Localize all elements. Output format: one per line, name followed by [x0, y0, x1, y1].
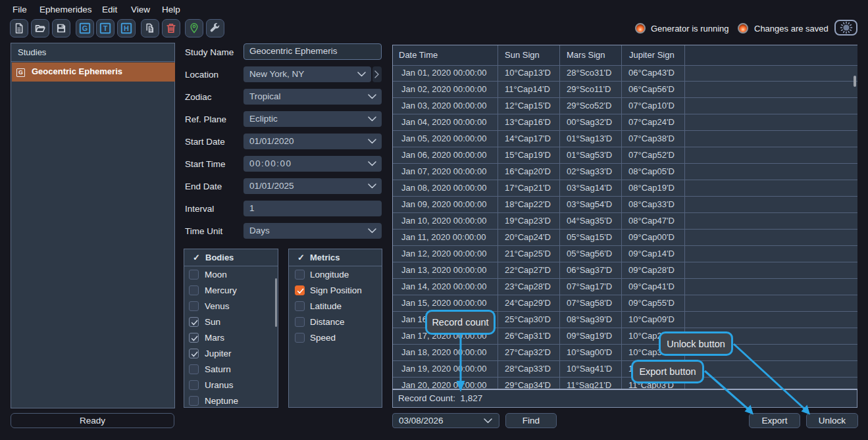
svg-text:H: H: [124, 24, 129, 32]
svg-text:T: T: [103, 24, 108, 32]
svg-text:G: G: [82, 24, 88, 32]
